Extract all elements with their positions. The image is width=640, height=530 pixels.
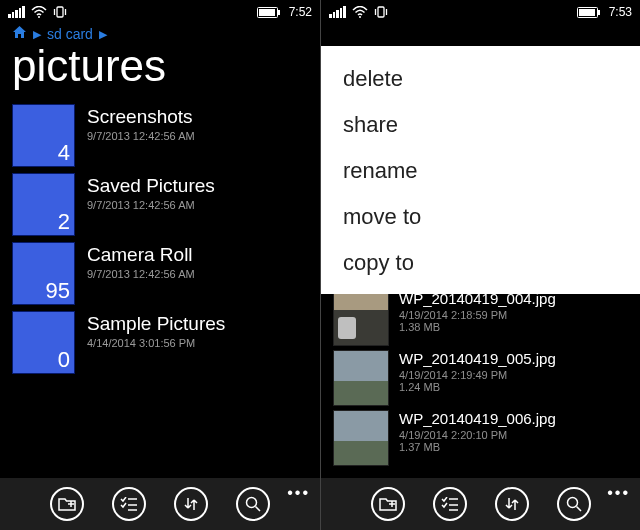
file-list: WP_20140419_004.jpg 4/19/2014 2:18:59 PM… xyxy=(321,290,640,478)
menu-item-rename[interactable]: rename xyxy=(343,158,618,184)
svg-point-0 xyxy=(38,16,40,18)
more-button[interactable]: ••• xyxy=(287,484,310,502)
list-item[interactable]: 95 Camera Roll 9/7/2013 12:42:56 AM xyxy=(12,242,320,305)
app-bar: ••• xyxy=(321,478,640,530)
wifi-icon xyxy=(352,6,368,18)
signal-icon xyxy=(8,6,25,18)
signal-icon xyxy=(329,6,346,18)
file-date: 4/19/2014 2:18:59 PM xyxy=(399,309,556,321)
folder-name: Sample Pictures xyxy=(87,313,225,335)
list-item[interactable]: WP_20140419_004.jpg 4/19/2014 2:18:59 PM… xyxy=(333,290,640,346)
svg-rect-15 xyxy=(378,7,384,17)
folder-tile[interactable]: 0 xyxy=(12,311,75,374)
file-size: 1.24 MB xyxy=(399,381,556,393)
chevron-right-icon: ▶ xyxy=(33,28,41,41)
svg-point-14 xyxy=(359,16,361,18)
menu-item-copy-to[interactable]: copy to xyxy=(343,250,618,276)
folder-date: 9/7/2013 12:42:56 AM xyxy=(87,130,195,142)
list-item[interactable]: 2 Saved Pictures 9/7/2013 12:42:56 AM xyxy=(12,173,320,236)
svg-rect-1 xyxy=(57,7,63,17)
file-size: 1.38 MB xyxy=(399,321,556,333)
svg-point-26 xyxy=(567,498,577,508)
svg-line-27 xyxy=(576,507,581,512)
folder-date: 9/7/2013 12:42:56 AM xyxy=(87,199,215,211)
search-button[interactable] xyxy=(236,487,270,521)
svg-rect-20 xyxy=(598,10,600,15)
status-bar: 7:53 xyxy=(321,0,640,24)
select-button[interactable] xyxy=(112,487,146,521)
file-date: 4/19/2014 2:20:10 PM xyxy=(399,429,556,441)
file-name: WP_20140419_006.jpg xyxy=(399,410,556,427)
thumbnail[interactable] xyxy=(333,410,389,466)
page-title: pictures xyxy=(0,42,320,98)
app-bar: ••• xyxy=(0,478,320,530)
battery-icon xyxy=(577,7,601,18)
new-folder-button[interactable] xyxy=(50,487,84,521)
list-item[interactable]: WP_20140419_005.jpg 4/19/2014 2:19:49 PM… xyxy=(333,350,640,406)
svg-point-12 xyxy=(247,498,257,508)
battery-icon xyxy=(257,7,281,18)
breadcrumb[interactable]: ▶ sd card ▶ xyxy=(0,24,320,42)
thumbnail[interactable] xyxy=(333,290,389,346)
content-area: delete share rename move to copy to WP_2… xyxy=(321,24,640,478)
folder-name: Camera Roll xyxy=(87,244,195,266)
svg-rect-6 xyxy=(278,10,280,15)
menu-item-move-to[interactable]: move to xyxy=(343,204,618,230)
select-button[interactable] xyxy=(433,487,467,521)
folder-tile[interactable]: 95 xyxy=(12,242,75,305)
vibrate-icon xyxy=(374,6,388,18)
chevron-right-icon: ▶ xyxy=(99,28,107,41)
breadcrumb-link[interactable]: sd card xyxy=(47,26,93,42)
more-button[interactable]: ••• xyxy=(607,484,630,502)
wifi-icon xyxy=(31,6,47,18)
folder-date: 4/14/2014 3:01:56 PM xyxy=(87,337,225,349)
menu-item-share[interactable]: share xyxy=(343,112,618,138)
file-size: 1.37 MB xyxy=(399,441,556,453)
list-item[interactable]: WP_20140419_006.jpg 4/19/2014 2:20:10 PM… xyxy=(333,410,640,466)
folder-tile[interactable]: 4 xyxy=(12,104,75,167)
list-item[interactable]: 0 Sample Pictures 4/14/2014 3:01:56 PM xyxy=(12,311,320,374)
file-date: 4/19/2014 2:19:49 PM xyxy=(399,369,556,381)
list-item[interactable]: 4 Screenshots 9/7/2013 12:42:56 AM xyxy=(12,104,320,167)
sort-button[interactable] xyxy=(495,487,529,521)
clock: 7:52 xyxy=(289,5,312,19)
vibrate-icon xyxy=(53,6,67,18)
thumbnail[interactable] xyxy=(333,350,389,406)
folder-name: Screenshots xyxy=(87,106,195,128)
home-icon[interactable] xyxy=(12,26,27,42)
clock: 7:53 xyxy=(609,5,632,19)
folder-date: 9/7/2013 12:42:56 AM xyxy=(87,268,195,280)
menu-item-delete[interactable]: delete xyxy=(343,66,618,92)
phone-left: 7:52 ▶ sd card ▶ pictures 4 Screenshots … xyxy=(0,0,320,530)
sort-button[interactable] xyxy=(174,487,208,521)
folder-list: 4 Screenshots 9/7/2013 12:42:56 AM 2 Sav… xyxy=(0,98,320,478)
svg-line-13 xyxy=(256,507,261,512)
status-bar: 7:52 xyxy=(0,0,320,24)
folder-name: Saved Pictures xyxy=(87,175,215,197)
folder-tile[interactable]: 2 xyxy=(12,173,75,236)
new-folder-button[interactable] xyxy=(371,487,405,521)
svg-rect-5 xyxy=(259,9,275,16)
search-button[interactable] xyxy=(557,487,591,521)
svg-rect-19 xyxy=(579,9,595,16)
file-name: WP_20140419_005.jpg xyxy=(399,350,556,367)
context-menu: delete share rename move to copy to xyxy=(321,46,640,294)
phone-right: 7:53 delete share rename move to copy to… xyxy=(320,0,640,530)
